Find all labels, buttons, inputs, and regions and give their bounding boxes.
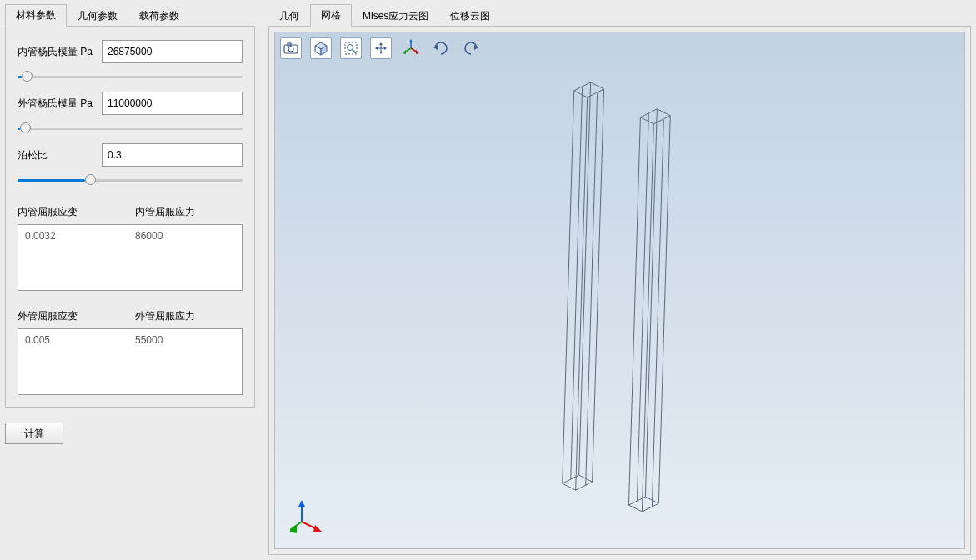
left-tabs: 材料参数 几何参数 载荷参数 (5, 5, 255, 27)
poisson-slider[interactable] (18, 173, 243, 187)
inner-yield-stress-label: 内管屈服应力 (135, 205, 243, 219)
calculate-button[interactable]: 计算 (5, 422, 63, 444)
tab-load[interactable]: 载荷参数 (128, 5, 190, 27)
inner-yield-stress-value: 86000 (135, 230, 235, 285)
outer-yield-stress-value: 55000 (135, 334, 235, 389)
outer-yield-stress-label: 外管屈服应力 (135, 309, 243, 323)
tab-mises-view[interactable]: Mises应力云图 (352, 5, 439, 27)
tab-geom-view[interactable]: 几何 (268, 5, 310, 27)
inner-modulus-slider[interactable] (18, 70, 243, 83)
outer-modulus-input[interactable] (102, 92, 243, 115)
inner-yield-box[interactable]: 0.0032 86000 (18, 224, 243, 291)
viewport-frame (268, 26, 971, 555)
inner-yield-strain-value: 0.0032 (25, 230, 125, 285)
svg-line-27 (658, 116, 670, 503)
3d-viewport[interactable] (274, 32, 965, 549)
poisson-label: 泊松比 (18, 148, 97, 162)
tab-geometry[interactable]: 几何参数 (67, 5, 128, 27)
outer-yield-strain-value: 0.005 (25, 334, 125, 389)
poisson-input[interactable] (102, 143, 243, 167)
inner-modulus-input[interactable] (102, 40, 243, 63)
svg-line-28 (642, 124, 653, 512)
svg-line-21 (593, 89, 604, 482)
outer-modulus-label: 外管杨氏模量 Pa (18, 97, 97, 111)
material-panel: 内管杨氏模量 Pa 外管杨氏模量 Pa (5, 26, 255, 408)
outer-yield-box[interactable]: 0.005 55000 (18, 328, 243, 395)
inner-yield-strain-label: 内管屈服应变 (18, 205, 125, 219)
outer-modulus-slider[interactable] (18, 122, 243, 135)
svg-line-24 (586, 93, 598, 486)
svg-line-22 (576, 98, 588, 490)
axis-triad-icon (290, 497, 327, 533)
tab-material[interactable]: 材料参数 (5, 4, 67, 27)
svg-line-30 (652, 120, 663, 508)
svg-marker-32 (298, 500, 305, 507)
inner-modulus-label: 内管杨氏模量 Pa (18, 45, 97, 59)
right-tabs: 几何 网格 Mises应力云图 位移云图 (268, 5, 971, 27)
tab-mesh-view[interactable]: 网格 (310, 4, 352, 27)
outer-yield-strain-label: 外管屈服应变 (18, 309, 125, 323)
tab-disp-view[interactable]: 位移云图 (439, 5, 501, 27)
mesh-object (275, 32, 964, 548)
svg-marker-34 (313, 525, 322, 532)
